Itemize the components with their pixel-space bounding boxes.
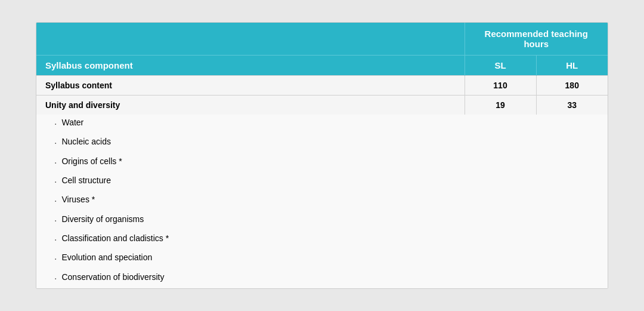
sub-item-evolution: · Evolution and speciation [36, 250, 608, 269]
sub-item-cell-structure: · Cell structure [36, 173, 608, 192]
syllabus-content-label: Syllabus content [36, 75, 465, 95]
sub-item-viruses: · Viruses * [36, 192, 608, 211]
unity-diversity-label: Unity and diversity [36, 95, 465, 115]
hl-header: HL [536, 55, 608, 75]
unity-diversity-hl: 33 [536, 95, 608, 115]
syllabus-table-container: Recommended teaching hours Syllabus comp… [36, 22, 608, 290]
bullet-icon: · [54, 195, 57, 208]
sub-item-text: Diversity of organisms [61, 214, 144, 224]
syllabus-content-hl: 180 [536, 75, 608, 95]
teaching-hours-header: Recommended teaching hours [465, 23, 608, 56]
syllabus-table: Recommended teaching hours Syllabus comp… [36, 23, 608, 289]
bullet-icon: · [54, 253, 57, 266]
list-item: · Water [36, 115, 608, 134]
sub-item-nucleic-acids: · Nucleic acids [36, 134, 608, 153]
sl-header: SL [465, 55, 536, 75]
list-item: · Conservation of biodiversity [36, 269, 608, 288]
syllabus-content-row: Syllabus content 110 180 [36, 75, 608, 95]
sub-item-water: · Water [36, 115, 608, 134]
bullet-icon: · [54, 214, 57, 227]
sub-item-origins-of-cells: · Origins of cells * [36, 153, 608, 173]
list-item: · Viruses * [36, 192, 608, 211]
unity-diversity-row: Unity and diversity 19 33 [36, 95, 608, 115]
list-item: · Origins of cells * [36, 153, 608, 173]
bullet-icon: · [54, 272, 57, 285]
syllabus-col-spacer [36, 23, 465, 56]
sub-item-text: Water [61, 118, 83, 127]
header-row-top: Recommended teaching hours [36, 23, 608, 56]
sub-item-text: Classification and cladistics * [61, 233, 169, 243]
list-item: · Nucleic acids [36, 134, 608, 153]
sub-item-text: Conservation of biodiversity [61, 272, 164, 282]
sub-item-text: Origins of cells * [61, 156, 122, 166]
bullet-icon: · [54, 156, 57, 170]
bullet-icon: · [54, 175, 57, 189]
bullet-icon: · [54, 118, 57, 131]
sub-item-text: Nucleic acids [61, 137, 110, 146]
sub-item-text: Viruses * [61, 195, 95, 204]
sub-item-text: Evolution and speciation [61, 253, 152, 262]
bullet-icon: · [54, 233, 57, 247]
sub-item-conservation: · Conservation of biodiversity [36, 269, 608, 288]
bullet-icon: · [54, 137, 57, 150]
list-item: · Evolution and speciation [36, 250, 608, 269]
unity-diversity-sl: 19 [465, 95, 536, 115]
sub-item-classification: · Classification and cladistics * [36, 230, 608, 250]
syllabus-content-sl: 110 [465, 75, 536, 95]
list-item: · Classification and cladistics * [36, 230, 608, 250]
list-item: · Diversity of organisms [36, 211, 608, 230]
sub-item-diversity-of-organisms: · Diversity of organisms [36, 211, 608, 230]
header-row-sub: Syllabus component SL HL [36, 55, 608, 75]
sub-item-text: Cell structure [61, 175, 110, 185]
syllabus-component-header: Syllabus component [36, 55, 465, 75]
list-item: · Cell structure [36, 173, 608, 192]
